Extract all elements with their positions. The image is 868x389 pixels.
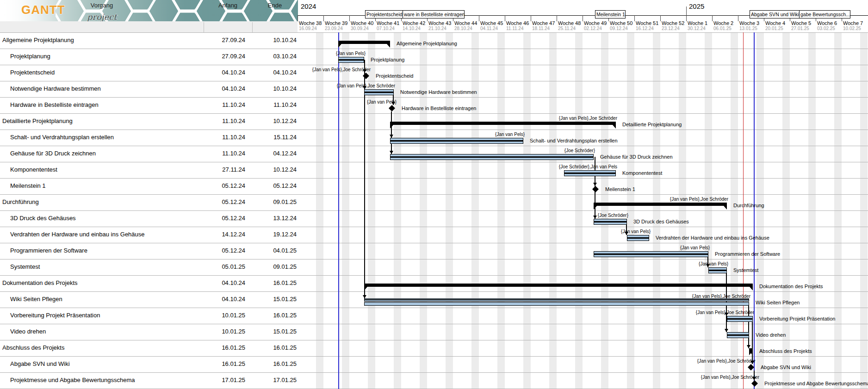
task-start-cell[interactable]: 04.10.24 bbox=[204, 280, 245, 286]
week-header-cell[interactable]: Woche 2 bbox=[713, 20, 733, 26]
task-end-cell[interactable]: 13.12.24 bbox=[252, 215, 297, 222]
task-name-cell[interactable]: Notwendige Hardware bestimmen bbox=[10, 86, 209, 92]
task-end-cell[interactable]: 10.10.24 bbox=[252, 86, 297, 92]
task-bar[interactable] bbox=[390, 154, 594, 160]
column-header-vorgang[interactable]: Vorgang bbox=[0, 2, 204, 9]
task-bar-lower[interactable] bbox=[364, 302, 749, 306]
timeline-task-box[interactable]: gabe Bewertungssch... bbox=[799, 10, 850, 19]
summary-task-bar[interactable] bbox=[364, 284, 753, 287]
task-name-cell[interactable]: Video drehen bbox=[10, 328, 209, 335]
task-name-cell[interactable]: Durchführung bbox=[2, 199, 201, 205]
task-end-cell[interactable]: 17.01.25 bbox=[252, 377, 297, 383]
week-header-cell[interactable]: Woche 44 bbox=[454, 20, 477, 26]
week-header-cell[interactable]: Woche 5 bbox=[791, 20, 811, 26]
task-end-cell[interactable]: 16.01.25 bbox=[252, 361, 297, 367]
task-name-cell[interactable]: Programmieren der Software bbox=[10, 247, 209, 254]
week-header-cell[interactable]: Woche 45 bbox=[480, 20, 503, 26]
task-name-cell[interactable]: Projektplanung bbox=[10, 53, 209, 60]
task-bar[interactable] bbox=[727, 316, 753, 322]
task-start-cell[interactable]: 04.10.24 bbox=[204, 296, 245, 303]
task-name-cell[interactable]: 3D Druck des Gehäuses bbox=[10, 215, 209, 222]
task-start-cell[interactable]: 05.12.24 bbox=[204, 183, 245, 189]
task-name-cell[interactable]: Wiki Seiten Pflegen bbox=[10, 296, 209, 303]
task-name-cell[interactable]: Abgabe SVN und Wiki bbox=[10, 361, 209, 367]
summary-task-bar[interactable] bbox=[338, 41, 390, 44]
week-header-cell[interactable]: Woche 42 bbox=[403, 20, 425, 26]
timeline-task-box[interactable]: Projektentscheid bbox=[365, 10, 403, 19]
task-start-cell[interactable]: 11.10.24 bbox=[204, 150, 245, 157]
task-start-cell[interactable]: 17.01.25 bbox=[204, 377, 245, 383]
timeline-task-box[interactable]: Abgabe SVN und Wiki bbox=[750, 10, 800, 19]
task-start-cell[interactable]: 05.12.24 bbox=[204, 215, 245, 222]
task-bar[interactable] bbox=[727, 332, 749, 338]
task-start-cell[interactable]: 04.10.24 bbox=[204, 69, 245, 76]
task-end-cell[interactable]: 04.10.24 bbox=[252, 69, 297, 76]
week-header-cell[interactable]: Woche 39 bbox=[325, 20, 347, 26]
week-header-cell[interactable]: Woche 7 bbox=[843, 20, 863, 26]
task-name-cell[interactable]: Allgemeine Projektplanung bbox=[2, 37, 201, 43]
task-bar[interactable] bbox=[364, 89, 394, 95]
week-header-cell[interactable]: Woche 40 bbox=[351, 20, 373, 26]
task-end-cell[interactable]: 10.12.24 bbox=[252, 167, 297, 173]
timeline-task-box[interactable]: Meilenstein 1 bbox=[595, 10, 626, 19]
task-end-cell[interactable]: 15.01.25 bbox=[252, 296, 297, 303]
task-end-cell[interactable]: 05.12.24 bbox=[252, 183, 297, 189]
task-name-cell[interactable]: Meilenstein 1 bbox=[10, 183, 209, 189]
week-header-cell[interactable]: Woche 41 bbox=[377, 20, 399, 26]
task-end-cell[interactable]: 15.11.24 bbox=[252, 134, 297, 141]
task-end-cell[interactable]: 09.01.25 bbox=[252, 199, 297, 205]
task-name-cell[interactable]: Verdrahten der Hardware und einbau ins G… bbox=[10, 231, 209, 238]
week-header-cell[interactable]: Woche 6 bbox=[817, 20, 837, 26]
task-bar[interactable] bbox=[338, 57, 364, 63]
week-header-cell[interactable]: Woche 50 bbox=[610, 20, 632, 26]
summary-task-bar[interactable] bbox=[749, 348, 753, 352]
task-name-cell[interactable]: Komponententest bbox=[10, 167, 209, 173]
week-header-cell[interactable]: Woche 49 bbox=[584, 20, 607, 26]
task-start-cell[interactable]: 10.01.25 bbox=[204, 312, 245, 319]
task-end-cell[interactable]: 09.01.25 bbox=[252, 264, 297, 270]
milestone-diamond[interactable] bbox=[748, 364, 754, 370]
task-end-cell[interactable]: 10.12.24 bbox=[252, 118, 297, 124]
task-end-cell[interactable]: 03.10.24 bbox=[252, 53, 297, 60]
task-name-cell[interactable]: Hardware in Bestelliste eintragen bbox=[10, 102, 209, 108]
task-start-cell[interactable]: 05.12.24 bbox=[204, 199, 245, 205]
milestone-diamond[interactable] bbox=[592, 186, 599, 192]
timeline-task-box[interactable]: ware in Bestelliste eintragen bbox=[403, 10, 465, 19]
week-header-cell[interactable]: Woche 51 bbox=[636, 20, 658, 26]
task-name-cell[interactable]: Schalt- und Verdrahtungsplan erstellen bbox=[10, 134, 209, 141]
week-header-cell[interactable]: Woche 3 bbox=[739, 20, 759, 26]
task-bar[interactable] bbox=[564, 170, 616, 176]
task-name-cell[interactable]: Gehäuse für 3D Druck zeichnen bbox=[10, 150, 209, 157]
task-start-cell[interactable]: 16.01.25 bbox=[204, 345, 245, 351]
task-end-cell[interactable]: 16.01.25 bbox=[252, 345, 297, 351]
week-header-cell[interactable]: Woche 1 bbox=[688, 20, 707, 26]
task-start-cell[interactable]: 05.12.24 bbox=[204, 247, 245, 254]
week-header-cell[interactable]: Woche 47 bbox=[532, 20, 555, 26]
task-end-cell[interactable]: 15.01.25 bbox=[252, 328, 297, 335]
task-name-cell[interactable]: Dokumentation des Projekts bbox=[2, 280, 201, 286]
task-end-cell[interactable]: 19.12.24 bbox=[252, 231, 297, 238]
task-name-cell[interactable]: Detaillierte Projektplanung bbox=[2, 118, 201, 124]
summary-task-bar[interactable] bbox=[594, 203, 727, 206]
task-name-cell[interactable]: Projektentscheid bbox=[10, 69, 209, 76]
week-header-cell[interactable]: Woche 38 bbox=[299, 20, 322, 26]
task-end-cell[interactable]: 11.10.24 bbox=[252, 102, 297, 108]
task-end-cell[interactable]: 04.12.24 bbox=[252, 150, 297, 157]
task-name-cell[interactable]: Vorbereitung Projekt Präsentation bbox=[10, 312, 209, 319]
week-header-cell[interactable]: Woche 52 bbox=[662, 20, 684, 26]
week-header-cell[interactable]: Woche 46 bbox=[506, 20, 529, 26]
task-start-cell[interactable]: 27.11.24 bbox=[204, 167, 245, 173]
task-start-cell[interactable]: 11.10.24 bbox=[204, 118, 245, 124]
task-end-cell[interactable]: 16.01.25 bbox=[252, 312, 297, 319]
task-name-cell[interactable]: Abschluss des Projekts bbox=[2, 345, 201, 351]
task-start-cell[interactable]: 11.10.24 bbox=[204, 134, 245, 141]
task-start-cell[interactable]: 16.01.25 bbox=[204, 361, 245, 367]
task-bar[interactable] bbox=[390, 138, 523, 144]
task-bar[interactable] bbox=[594, 251, 708, 257]
task-start-cell[interactable]: 27.09.24 bbox=[204, 53, 245, 60]
column-divider[interactable] bbox=[204, 22, 204, 32]
task-start-cell[interactable]: 27.09.24 bbox=[204, 37, 245, 43]
task-end-cell[interactable]: 10.10.24 bbox=[252, 37, 297, 43]
task-name-cell[interactable]: Systemtest bbox=[10, 264, 209, 270]
week-header-cell[interactable]: Woche 48 bbox=[558, 20, 581, 26]
